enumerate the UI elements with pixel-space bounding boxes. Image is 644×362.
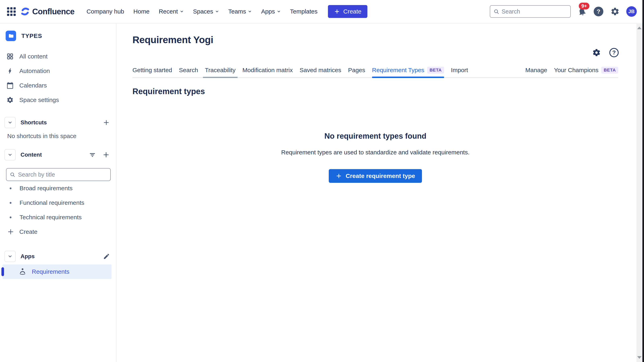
shortcuts-collapse-button[interactable] bbox=[4, 117, 16, 128]
bullet-icon bbox=[10, 217, 12, 218]
nav-item-recent[interactable]: Recent bbox=[159, 8, 184, 15]
product-name: Confluence bbox=[32, 7, 74, 16]
sidebar-item-space-settings[interactable]: Space settings bbox=[0, 93, 116, 107]
confluence-logo[interactable]: Confluence bbox=[20, 7, 74, 16]
primary-nav: Company hub Home Recent Spaces Teams App… bbox=[86, 8, 318, 15]
tab-saved-matrices[interactable]: Saved matrices bbox=[300, 67, 341, 77]
sidebar-item-automation[interactable]: Automation bbox=[0, 64, 116, 78]
nav-item-spaces[interactable]: Spaces bbox=[193, 8, 219, 15]
space-name: TYPES bbox=[21, 33, 42, 39]
requirement-yogi-icon bbox=[18, 267, 27, 276]
calendar-icon bbox=[6, 82, 14, 89]
nav-item-home[interactable]: Home bbox=[134, 8, 150, 15]
nav-item-company-hub[interactable]: Company hub bbox=[86, 8, 124, 15]
page-help-icon[interactable]: ? bbox=[609, 48, 619, 57]
tab-modification-matrix[interactable]: Modification matrix bbox=[242, 67, 293, 77]
add-content-icon[interactable] bbox=[102, 151, 110, 159]
content-title: Content bbox=[20, 151, 42, 158]
notification-count-badge: 9+ bbox=[579, 3, 590, 10]
window-edge bbox=[642, 0, 644, 362]
scroll-up-arrow-icon[interactable] bbox=[637, 27, 642, 29]
shortcuts-section-header: Shortcuts bbox=[4, 116, 110, 129]
sidebar-create-button[interactable]: Create bbox=[0, 225, 116, 239]
chevron-down-icon bbox=[8, 254, 12, 259]
plus-icon bbox=[334, 9, 340, 15]
nav-item-teams[interactable]: Teams bbox=[228, 8, 252, 15]
tab-requirement-types[interactable]: Requirement Types BETA bbox=[372, 67, 444, 77]
edit-pencil-icon[interactable] bbox=[103, 253, 110, 260]
space-sidebar: TYPES All content Automation Calendars S… bbox=[0, 23, 116, 362]
app-switcher-button[interactable] bbox=[5, 5, 18, 18]
bullet-icon bbox=[10, 188, 12, 189]
tab-search[interactable]: Search bbox=[179, 67, 198, 77]
search-input[interactable] bbox=[502, 8, 567, 15]
filter-icon[interactable] bbox=[88, 151, 96, 159]
plus-icon bbox=[7, 228, 14, 236]
beta-badge: BETA bbox=[601, 67, 618, 74]
create-requirement-type-button[interactable]: Create requirement type bbox=[329, 169, 422, 183]
chevron-down-icon bbox=[8, 120, 12, 125]
confluence-mark-icon bbox=[20, 7, 30, 16]
sidebar-item-all-content[interactable]: All content bbox=[0, 49, 116, 64]
page-item-broad-requirements[interactable]: Broad requirements bbox=[0, 181, 116, 196]
sidebar-item-requirements[interactable]: Requirements bbox=[2, 264, 112, 279]
page-actions: ? bbox=[592, 48, 619, 57]
automation-lightning-icon bbox=[6, 67, 14, 75]
page-item-functional-requirements[interactable]: Functional requirements bbox=[0, 196, 116, 210]
content-collapse-button[interactable] bbox=[4, 149, 16, 160]
plus-icon bbox=[336, 173, 342, 179]
empty-state-title: No requirement types found bbox=[324, 132, 426, 140]
chevron-down-icon bbox=[277, 10, 281, 14]
space-folder-icon bbox=[6, 31, 16, 41]
nav-item-apps[interactable]: Apps bbox=[261, 8, 281, 15]
add-shortcut-icon[interactable] bbox=[103, 119, 110, 126]
tab-bar: Getting started Search Traceability Modi… bbox=[132, 67, 618, 78]
search-icon bbox=[10, 171, 15, 177]
section-title: Requirement types bbox=[132, 87, 618, 96]
global-create-button[interactable]: Create bbox=[328, 5, 368, 18]
tab-your-champions[interactable]: Your Champions BETA bbox=[554, 67, 618, 77]
notifications-button[interactable]: 9+ bbox=[577, 6, 587, 17]
beta-badge: BETA bbox=[427, 67, 444, 74]
chevron-down-icon bbox=[248, 10, 252, 14]
settings-button[interactable] bbox=[610, 6, 620, 17]
empty-state-description: Requirement types are used to standardiz… bbox=[281, 149, 470, 156]
tab-import[interactable]: Import bbox=[451, 67, 468, 77]
space-header[interactable]: TYPES bbox=[6, 31, 116, 41]
tab-getting-started[interactable]: Getting started bbox=[132, 67, 172, 77]
nav-item-templates[interactable]: Templates bbox=[290, 8, 318, 15]
content-section-header: Content bbox=[4, 149, 110, 161]
help-icon: ? bbox=[594, 7, 603, 16]
bullet-icon bbox=[10, 202, 12, 204]
content-search-input[interactable] bbox=[18, 171, 107, 178]
gear-icon bbox=[610, 7, 620, 16]
shortcuts-title: Shortcuts bbox=[20, 119, 47, 126]
tab-pages[interactable]: Pages bbox=[348, 67, 365, 77]
chevron-down-icon bbox=[8, 152, 12, 157]
apps-section-header: Apps bbox=[4, 250, 110, 262]
scroll-down-arrow-icon[interactable] bbox=[637, 356, 642, 359]
tab-traceability[interactable]: Traceability bbox=[205, 67, 236, 77]
all-content-icon bbox=[6, 53, 14, 60]
content-search[interactable] bbox=[6, 168, 111, 181]
shortcuts-empty-message: No shortcuts in this space bbox=[7, 133, 116, 139]
page-settings-gear-icon[interactable] bbox=[592, 48, 601, 57]
top-navigation-bar: Confluence Company hub Home Recent Space… bbox=[0, 0, 644, 23]
user-avatar[interactable]: JB bbox=[626, 6, 637, 17]
search-icon bbox=[494, 8, 499, 15]
selected-indicator bbox=[2, 267, 4, 276]
apps-collapse-button[interactable] bbox=[4, 251, 16, 262]
tab-manage[interactable]: Manage bbox=[526, 67, 547, 77]
sidebar-item-calendars[interactable]: Calendars bbox=[0, 78, 116, 93]
empty-state: No requirement types found Requirement t… bbox=[132, 132, 618, 183]
header-actions: 9+ ? JB bbox=[490, 5, 637, 18]
space-settings-gear-icon bbox=[6, 96, 14, 104]
app-switcher-icon bbox=[7, 7, 16, 16]
global-search[interactable] bbox=[490, 5, 571, 18]
page-item-technical-requirements[interactable]: Technical requirements bbox=[0, 210, 116, 225]
chevron-down-icon bbox=[215, 10, 219, 14]
help-button[interactable]: ? bbox=[593, 6, 604, 17]
apps-title: Apps bbox=[20, 253, 35, 260]
vertical-scrollbar[interactable] bbox=[636, 24, 642, 362]
main-content: Requirement Yogi ? Getting started Searc… bbox=[117, 23, 636, 362]
